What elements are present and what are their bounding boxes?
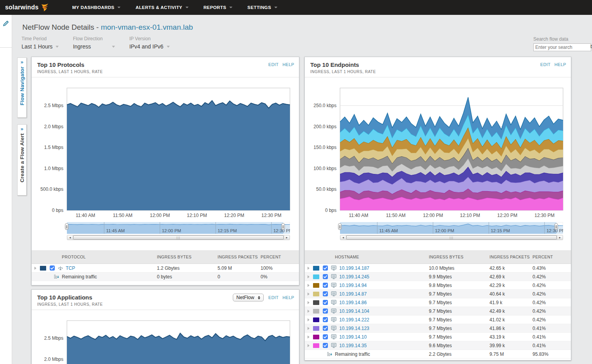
edit-link[interactable]: EDIT: [268, 295, 279, 300]
column-header[interactable]: INGRESS PACKETS: [218, 255, 261, 259]
time-range-brush[interactable]: 11:45 AM12:00 PM12:15 PM12:30 PM: [340, 222, 563, 234]
expand-caret-icon[interactable]: [308, 318, 309, 321]
table-row[interactable]: 10.199.14.949.8 Mbytes42.29 k0.42%: [305, 281, 571, 290]
series-checkbox[interactable]: [323, 343, 328, 348]
protocol-link[interactable]: TCP: [66, 265, 75, 271]
table-row[interactable]: 10.199.14.109.7 Mbytes43.19 k0.41%: [305, 333, 571, 341]
menu-reports[interactable]: REPORTS: [196, 0, 240, 15]
endpoint-link[interactable]: 10.199.14.123: [339, 326, 369, 331]
expand-caret-icon[interactable]: [34, 267, 36, 270]
flow-search: Search flow data: [533, 36, 590, 51]
table-row[interactable]: 10.199.14.879.7 Mbytes40.64 k0.42%: [305, 290, 571, 298]
svg-text:11:45 AM: 11:45 AM: [379, 228, 398, 233]
svg-text:2.5 Mbps: 2.5 Mbps: [44, 335, 63, 341]
chevron-down-icon: [185, 7, 189, 8]
table-row[interactable]: 10.199.14.1239.7 Mbytes41.86 k0.41%: [305, 324, 571, 333]
endpoint-link[interactable]: 10.199.14.35: [339, 343, 367, 348]
chart-scrollbar[interactable]: ◄ ||| ►: [340, 235, 563, 240]
scroll-left-arrow-icon[interactable]: ◄: [340, 235, 346, 240]
scroll-right-arrow-icon[interactable]: ►: [284, 235, 290, 240]
column-header[interactable]: PERCENT: [261, 255, 299, 259]
endpoint-link[interactable]: 10.199.14.104: [339, 308, 369, 314]
monitor-icon: [331, 317, 336, 322]
help-link[interactable]: HELP: [554, 62, 566, 67]
expand-caret-icon[interactable]: [308, 284, 309, 287]
column-header[interactable]: INGRESS BYTES: [429, 255, 489, 259]
endpoint-link[interactable]: 10.199.14.245: [339, 274, 369, 280]
menu-my-dashboards[interactable]: MY DASHBOARDS: [65, 0, 128, 15]
column-header[interactable]: HOSTNAME: [305, 255, 429, 259]
endpoint-link[interactable]: 10.199.14.94: [339, 283, 367, 288]
series-checkbox[interactable]: [323, 308, 328, 314]
series-checkbox[interactable]: [323, 274, 328, 279]
table-row[interactable]: 10.199.14.359.6 Mbytes39.99 k0.41%: [305, 341, 571, 350]
endpoint-link[interactable]: 10.199.14.10: [339, 334, 367, 340]
chart-scrollbar[interactable]: ◄ ||| ►: [67, 235, 290, 240]
scrollbar-thumb[interactable]: |||: [73, 235, 284, 240]
sidebar-tab-flow-navigator[interactable]: » Flow Navigator: [17, 57, 27, 118]
column-header[interactable]: INGRESS BYTES: [157, 255, 218, 259]
endpoint-link[interactable]: 10.199.14.87: [339, 291, 367, 297]
table-row[interactable]: TCP1.2 Gbytes5.09 M100%: [32, 264, 299, 273]
ingress-packets-cell: 39.99 k: [489, 343, 533, 348]
ip-version-dropdown[interactable]: IPv4 and IPv6: [129, 43, 169, 50]
help-link[interactable]: HELP: [283, 295, 294, 300]
column-header[interactable]: PROTOCOL: [32, 255, 157, 259]
svg-text:11:50 AM: 11:50 AM: [386, 213, 406, 218]
table-row[interactable]: 10.199.14.2229.7 Mbytes41.02 k0.42%: [305, 316, 571, 324]
edit-link[interactable]: EDIT: [540, 62, 551, 67]
ingress-packets-cell: 42.69 k: [489, 274, 533, 280]
edit-link[interactable]: EDIT: [268, 62, 279, 67]
menu-settings[interactable]: SETTINGS: [240, 0, 285, 15]
sidebar-tab-create-flow-alert[interactable]: » Create a Flow Alert: [17, 124, 27, 195]
endpoint-link[interactable]: 10.199.14.86: [339, 300, 367, 305]
menu-alerts-activity[interactable]: ALERTS & ACTIVITY: [128, 0, 196, 15]
scroll-left-arrow-icon[interactable]: ◄: [67, 235, 73, 240]
table-row[interactable]: 10.199.14.1049.7 Mbytes42.49 k0.42%: [305, 307, 571, 316]
time-period-dropdown[interactable]: Last 1 Hours: [22, 43, 59, 50]
percent-cell: 0%: [261, 274, 299, 280]
customize-page-button[interactable]: [0, 15, 12, 48]
ingress-bytes-cell: 9.7 Mbytes: [429, 300, 489, 305]
ingress-bytes-cell: 9.6 Mbytes: [429, 343, 489, 348]
expand-caret-icon[interactable]: [308, 275, 309, 278]
series-checkbox[interactable]: [323, 317, 328, 322]
scroll-right-arrow-icon[interactable]: ►: [557, 235, 563, 240]
table-row[interactable]: 10.199.14.18710.0 Mbytes42.65 k0.43%: [305, 264, 571, 273]
solarwinds-logo[interactable]: solarwinds: [5, 3, 49, 12]
scrollbar-thumb[interactable]: |||: [346, 235, 557, 240]
expand-caret-icon[interactable]: [308, 267, 309, 270]
column-header[interactable]: PERCENT: [533, 255, 571, 259]
expand-caret-icon[interactable]: [308, 335, 309, 339]
endpoint-link[interactable]: 10.199.14.187: [339, 265, 369, 271]
series-checkbox[interactable]: [323, 283, 328, 288]
expand-caret-icon[interactable]: [308, 344, 309, 347]
help-link[interactable]: HELP: [283, 62, 294, 67]
brush-right-handle[interactable]: [554, 223, 558, 230]
brush-left-handle[interactable]: [65, 223, 68, 230]
monitor-icon: [331, 274, 336, 279]
column-header[interactable]: INGRESS PACKETS: [489, 255, 533, 259]
expand-caret-icon[interactable]: [308, 301, 309, 304]
series-checkbox[interactable]: [50, 265, 55, 271]
brush-right-handle[interactable]: [281, 223, 285, 230]
expand-caret-icon[interactable]: [308, 327, 309, 330]
search-input[interactable]: [533, 43, 591, 51]
table-row[interactable]: 10.199.14.869.7 Mbytes41.9 k0.42%: [305, 298, 571, 307]
solarwinds-flame-icon: [40, 3, 49, 12]
series-checkbox[interactable]: [323, 334, 328, 339]
time-range-brush[interactable]: 11:45 AM12:00 PM12:15 PM12:30 PM: [67, 222, 290, 234]
endpoint-link[interactable]: 10.199.14.222: [339, 317, 369, 323]
series-checkbox[interactable]: [323, 326, 328, 331]
expand-caret-icon[interactable]: [308, 292, 309, 296]
series-checkbox[interactable]: [323, 291, 328, 296]
expand-caret-icon[interactable]: [308, 310, 309, 313]
flow-type-select[interactable]: NetFlow: [233, 294, 264, 301]
brush-left-handle[interactable]: [338, 223, 342, 230]
flow-direction-dropdown[interactable]: Ingress: [73, 43, 115, 50]
node-link[interactable]: mon-vman-esx-01.vman.lab: [101, 23, 193, 31]
ingress-bytes-cell: 2.2 Gbytes: [429, 351, 489, 357]
series-checkbox[interactable]: [323, 300, 328, 305]
table-row[interactable]: 10.199.14.2459.9 Mbytes42.69 k0.42%: [305, 273, 571, 281]
series-checkbox[interactable]: [323, 265, 328, 271]
